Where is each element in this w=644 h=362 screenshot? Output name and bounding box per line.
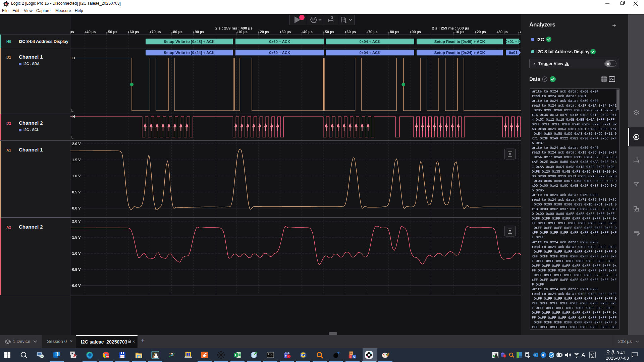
svg-text:C:\: C:\ [268, 353, 272, 355]
svg-text:2025-07-03: 2025-07-03 [606, 356, 629, 361]
svg-text:1: 1 [288, 355, 290, 358]
svg-text:A: A [581, 352, 585, 358]
svg-text:3:41: 3:41 [616, 350, 625, 355]
svg-text:T: T [285, 355, 287, 358]
svg-text:CFG: CFG [301, 354, 306, 356]
svg-text:F: F [350, 355, 352, 358]
svg-text:B: B [71, 352, 73, 355]
svg-text:И: И [350, 352, 352, 355]
svg-text:S: S [41, 355, 43, 358]
svg-text:C: C [353, 355, 355, 358]
